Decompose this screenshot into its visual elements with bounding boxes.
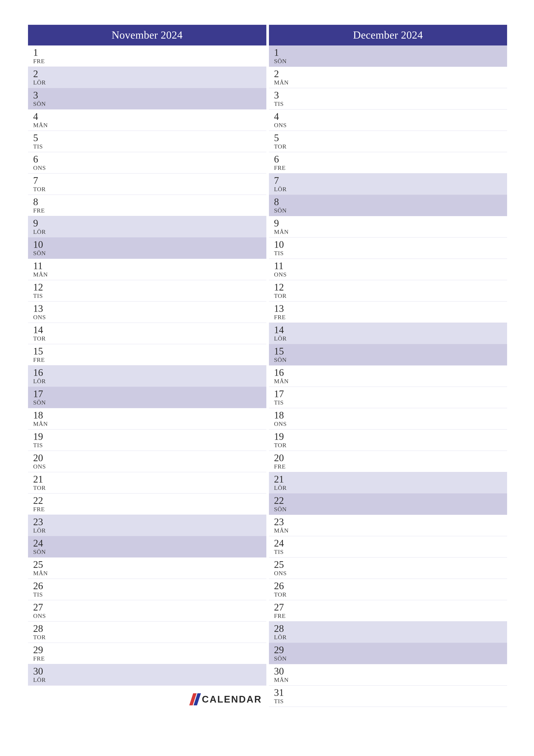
day-abbr: TOR <box>33 335 267 342</box>
day-row: 23MÅN <box>269 515 507 536</box>
day-row: 8SÖN <box>269 195 507 216</box>
day-number: 9 <box>33 218 267 229</box>
day-number: 19 <box>33 431 267 442</box>
day-abbr: ONS <box>33 314 267 321</box>
day-number: 25 <box>274 559 507 570</box>
day-number: 10 <box>274 239 507 250</box>
day-number: 16 <box>274 367 507 378</box>
day-number: 1 <box>274 47 507 58</box>
day-row: 16LÖR <box>28 365 267 387</box>
day-row: 29SÖN <box>269 643 507 664</box>
day-number: 22 <box>33 495 267 506</box>
month-header: December 2024 <box>269 25 507 45</box>
day-row: 12TOR <box>269 280 507 302</box>
day-abbr: TOR <box>33 634 267 641</box>
day-row: 4MÅN <box>28 109 267 131</box>
day-abbr: ONS <box>274 420 507 427</box>
day-abbr: FRE <box>274 612 507 619</box>
day-abbr: FRE <box>33 655 267 662</box>
day-row: 8FRE <box>28 195 267 216</box>
day-abbr: TIS <box>33 143 267 150</box>
day-number: 3 <box>274 90 507 101</box>
month-column: November 20241FRE2LÖR3SÖN4MÅN5TIS6ONS7TO… <box>28 25 267 707</box>
day-row: 20FRE <box>269 451 507 472</box>
day-row: 15FRE <box>28 344 267 365</box>
brand-text: CALENDAR <box>202 694 262 705</box>
month-header: November 2024 <box>28 25 267 45</box>
day-abbr: LÖR <box>33 229 267 235</box>
day-row: 11MÅN <box>28 259 267 280</box>
day-number: 21 <box>274 474 507 485</box>
day-abbr: SÖN <box>33 399 267 406</box>
day-abbr: SÖN <box>33 100 267 107</box>
day-abbr: LÖR <box>33 527 267 534</box>
day-number: 2 <box>274 68 507 80</box>
calendar-wrapper: November 20241FRE2LÖR3SÖN4MÅN5TIS6ONS7TO… <box>28 25 507 707</box>
day-number: 4 <box>274 111 507 122</box>
day-number: 24 <box>33 538 267 549</box>
day-row: 15SÖN <box>269 344 507 365</box>
day-row: 5TOR <box>269 131 507 152</box>
day-row: 14TOR <box>28 323 267 344</box>
day-abbr: SÖN <box>274 207 507 214</box>
day-abbr: MÅN <box>274 378 507 385</box>
day-row: 14LÖR <box>269 323 507 344</box>
day-number: 15 <box>33 346 267 357</box>
day-abbr: LÖR <box>274 186 507 193</box>
day-abbr: ONS <box>33 612 267 619</box>
day-number: 25 <box>33 559 267 570</box>
day-row: 6ONS <box>28 152 267 174</box>
day-abbr: SÖN <box>274 506 507 513</box>
day-number: 27 <box>274 602 507 613</box>
day-row: 27ONS <box>28 600 267 622</box>
day-number: 24 <box>274 538 507 549</box>
day-row: 26TOR <box>269 579 507 600</box>
day-abbr: SÖN <box>274 655 507 662</box>
day-number: 10 <box>33 239 267 250</box>
day-row: 25MÅN <box>28 557 267 579</box>
day-number: 2 <box>33 68 267 80</box>
day-abbr: TOR <box>33 186 267 193</box>
day-number: 17 <box>33 389 267 399</box>
day-number: 7 <box>33 175 267 186</box>
day-abbr: TIS <box>33 442 267 449</box>
day-number: 18 <box>274 410 507 421</box>
day-row: 27FRE <box>269 600 507 622</box>
day-row: 10SÖN <box>28 237 267 259</box>
day-row: 19TIS <box>28 429 267 451</box>
day-row: 22FRE <box>28 494 267 515</box>
day-abbr: LÖR <box>33 79 267 86</box>
day-abbr: FRE <box>274 164 507 171</box>
day-row: 29FRE <box>28 643 267 664</box>
day-number: 27 <box>33 602 267 613</box>
day-number: 29 <box>274 645 507 656</box>
day-abbr: FRE <box>33 357 267 363</box>
day-abbr: FRE <box>274 314 507 321</box>
day-number: 4 <box>33 111 267 122</box>
day-number: 5 <box>33 133 267 144</box>
day-row: 30LÖR <box>28 664 267 686</box>
day-abbr: FRE <box>274 463 507 470</box>
month-column: December 20241SÖN2MÅN3TIS4ONS5TOR6FRE7LÖ… <box>269 25 507 707</box>
day-row: 26TIS <box>28 579 267 600</box>
day-row: 23LÖR <box>28 515 267 536</box>
day-number: 20 <box>33 452 267 464</box>
day-abbr: TOR <box>274 591 507 598</box>
day-number: 1 <box>33 47 267 58</box>
day-abbr: TOR <box>274 143 507 150</box>
day-row: 16MÅN <box>269 365 507 387</box>
day-row: 22SÖN <box>269 494 507 515</box>
day-abbr: TIS <box>274 549 507 555</box>
day-abbr: MÅN <box>274 79 507 86</box>
day-number: 30 <box>33 666 267 677</box>
seven-logo-icon <box>189 693 201 705</box>
day-abbr: MÅN <box>33 271 267 278</box>
day-row: 24TIS <box>269 536 507 557</box>
day-row: 5TIS <box>28 131 267 152</box>
day-abbr: TOR <box>274 292 507 299</box>
day-abbr: ONS <box>274 122 507 129</box>
day-row: 7TOR <box>28 174 267 195</box>
day-abbr: ONS <box>33 463 267 470</box>
day-number: 5 <box>274 133 507 144</box>
day-row: 28TOR <box>28 622 267 643</box>
